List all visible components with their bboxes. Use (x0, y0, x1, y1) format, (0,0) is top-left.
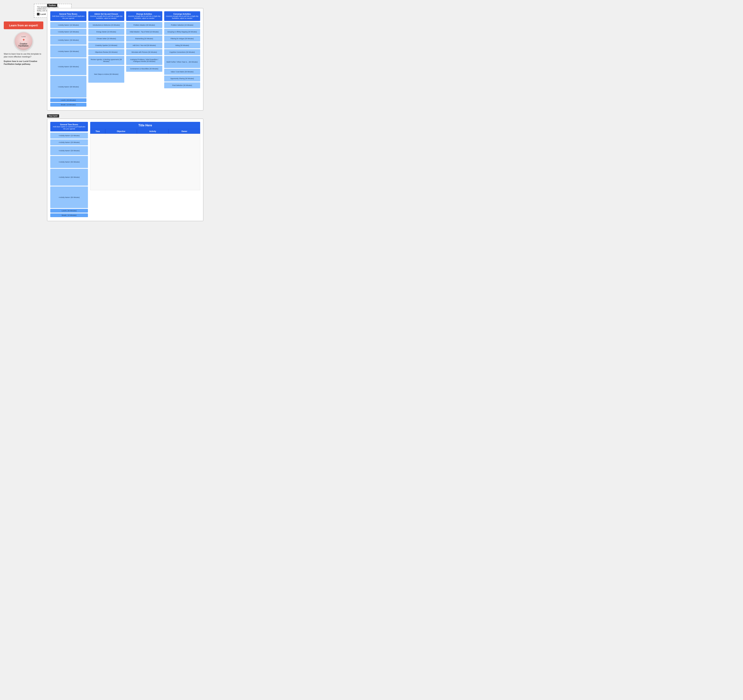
admin-item-4[interactable]: Objectives Review (30 Minutes) (88, 49, 124, 55)
lucid-logo-text: Lucid (40, 13, 46, 15)
diverge-item-1[interactable]: Initial Ideation - Top of Mind (10 Minut… (126, 29, 162, 35)
badge-line1: Creative (20, 43, 27, 45)
admin-item-0[interactable]: Introductions & Welcome (15 Minutes) (88, 22, 124, 28)
general-header-title: General Time Boxes (52, 13, 85, 15)
toolbox-col-converge: Converge Activities Assumes enough time … (164, 11, 200, 107)
converge-item-4[interactable]: Cognitive Connections (30 Minutes) (164, 49, 200, 55)
agenda-body[interactable] (90, 134, 200, 190)
admin-item-3[interactable]: Creativity Sparker (10 Minutes) (88, 42, 124, 49)
yt-general-item-50min[interactable]: <Activity Name> (50 Minutes) (50, 156, 88, 168)
toolbox-col-general: General Time Boxes Hold down Option or C… (50, 11, 86, 107)
yt-general-item-10min[interactable]: <Activity Name> (10 Minutes) (50, 133, 88, 139)
admin-header: Admin Set Up and Closure Assumes enough … (88, 11, 124, 21)
general-item-10min[interactable]: <Activity Name> (10 Minutes) (50, 22, 86, 28)
general-header-sub: Hold down Option or Control to pull dupl… (52, 15, 85, 19)
converge-item-6[interactable]: Value / Cost Matrix (30 Minutes) (164, 69, 200, 75)
toolbox-container: General Time Boxes Hold down Option or C… (47, 8, 203, 111)
diverge-item-6[interactable]: Constrainers & Absurdities (30 Minutes) (126, 66, 162, 72)
learn-text-2-strong: Explore how in our Lucid Creative Facili… (4, 60, 37, 65)
general-item-20min[interactable]: <Activity Name> (20 Minutes) (50, 29, 86, 35)
agenda-title[interactable]: Title Here (90, 122, 200, 129)
general-item-60min[interactable]: <Activity Name> (60 Minutes) (50, 58, 86, 75)
badge-container: Lucid ✦ Creative Facilitation (4, 32, 43, 51)
diverge-header-title: Diverge Activities (127, 13, 161, 15)
yt-general-item-lunch[interactable]: Lunch ( 30 Minutes) (50, 209, 88, 213)
toolbox-section: Toolbox General Time Boxes Hold down Opt… (47, 4, 203, 111)
converge-item-3[interactable]: Voting (30 Minutes) (164, 42, 200, 49)
admin-header-sub: Assumes enough time to pull into a singl… (89, 15, 123, 19)
yt-general-item-break[interactable]: Break ( 10 Minutes) (50, 213, 88, 217)
diverge-item-2[interactable]: Brainwriting (20 Minutes) (126, 36, 162, 41)
yt-general-item-60min[interactable]: <Activity Name> (60 Minutes) (50, 169, 88, 186)
toolbox-col-diverge: Diverge Activities Assumes enough time t… (126, 11, 162, 107)
toolbox-grid: General Time Boxes Hold down Option or C… (50, 11, 200, 107)
general-item-break[interactable]: Break ( 10 Minutes) (50, 103, 86, 107)
agenda-header-objective: Objective (105, 129, 137, 134)
yt-general-item-90min[interactable]: <Activity Name> (90 Minutes) (50, 186, 88, 208)
agenda-header-activity: Activity (137, 129, 169, 134)
converge-header-sub: Assumes enough time to pull into a singl… (165, 15, 199, 19)
diverge-item-4[interactable]: Stimulate with Pictures (30 Minutes) (126, 49, 162, 55)
admin-header-title: Admin Set Up and Closure (89, 13, 123, 15)
agenda-header-owner: Owner (169, 129, 200, 134)
your-turn-label: Your turn! (47, 114, 59, 117)
your-turn-container: General Time Boxes Hold down Option or C… (47, 118, 203, 221)
general-item-50min[interactable]: <Activity Name> (50 Minutes) (50, 45, 86, 58)
converge-header: Converge Activities Assumes enough time … (164, 11, 200, 21)
agenda-header-time: Time (90, 129, 105, 134)
toolbox-col-admin: Admin Set Up and Closure Assumes enough … (88, 11, 124, 107)
your-turn-general-sub: Hold down Option or Control to pull dupl… (52, 126, 87, 130)
converge-item-7[interactable]: Opportunity Sharing (30 Minutes) (164, 75, 200, 81)
yt-general-item-30min[interactable]: <Activity Name> (30 Minutes) (50, 146, 88, 155)
general-item-30min[interactable]: <Activity Name> (30 Minutes) (50, 36, 86, 44)
converge-header-title: Converge Activities (165, 13, 199, 15)
converge-item-0[interactable]: Problem Selection (15 Minutes) (164, 22, 200, 28)
admin-item-2[interactable]: Climate Setter (15 Minutes) (88, 36, 124, 41)
converge-item-2[interactable]: Filtering for Intrigue (30 Minutes) (164, 36, 200, 41)
creative-facilitation-badge: Lucid ✦ Creative Facilitation (14, 32, 33, 51)
learn-text-2: Explore how in our Lucid Creative Facili… (4, 60, 43, 66)
lucid-logo-icon (37, 13, 40, 15)
agenda-headers: Time Objective Activity Owner (90, 129, 200, 134)
your-turn-layout: General Time Boxes Hold down Option or C… (50, 122, 200, 218)
admin-item-1[interactable]: Energy Starter (15 Minutes) (88, 29, 124, 35)
diverge-item-0[interactable]: Problem Ideation (30 Minutes) (126, 22, 162, 28)
your-turn-general-header: General Time Boxes Hold down Option or C… (50, 122, 88, 132)
general-header: General Time Boxes Hold down Option or C… (50, 11, 86, 21)
yt-general-item-20min[interactable]: <Activity Name> (20 Minutes) (50, 139, 88, 145)
learn-text-1: Want to learn how to use this template t… (4, 53, 43, 58)
diverge-item-5[interactable]: Analogical Problems / Mind Expedition / … (126, 56, 162, 65)
converge-item-8[interactable]: Final Selection (30 Minutes) (164, 82, 200, 88)
admin-item-6[interactable]: Next Steps & Actions (60 Minutes) (88, 66, 124, 83)
your-turn-section: Your turn! General Time Boxes Hold down … (47, 114, 203, 221)
badge-lucid-label: Lucid (21, 36, 25, 37)
your-turn-general-col: General Time Boxes Hold down Option or C… (50, 122, 88, 218)
admin-item-5[interactable]: Review Agenda, & Working Agreements (30 … (88, 56, 124, 65)
sidebar: This template was created in collaborati… (4, 4, 43, 221)
learn-expert-button[interactable]: Learn from an expert! (4, 21, 43, 29)
badge-line2: Facilitation (19, 45, 29, 47)
diverge-header-sub: Assumes enough time to pull into a singl… (127, 15, 161, 19)
agenda-area: Title Here Time Objective Activity Owner (90, 122, 200, 218)
converge-item-1[interactable]: Grouping or Affinity Mapping (30 Minutes… (164, 29, 200, 35)
general-item-90min[interactable]: <Activity Name> (90 Minutes) (50, 76, 86, 98)
diverge-item-3[interactable]: Add On's / Yes-And (30 Minutes) (126, 42, 162, 49)
toolbox-label: Toolbox (47, 4, 57, 7)
content-area: Toolbox General Time Boxes Hold down Opt… (47, 4, 203, 221)
badge-star-icon: ✦ (22, 38, 25, 42)
diverge-header: Diverge Activities Assumes enough time t… (126, 11, 162, 21)
your-turn-general-title: General Time Boxes (52, 123, 87, 126)
converge-item-5[interactable]: Build Further / What I hear is... (60 Mi… (164, 56, 200, 68)
general-item-lunch[interactable]: Lunch ( 30 Minutes) (50, 98, 86, 102)
